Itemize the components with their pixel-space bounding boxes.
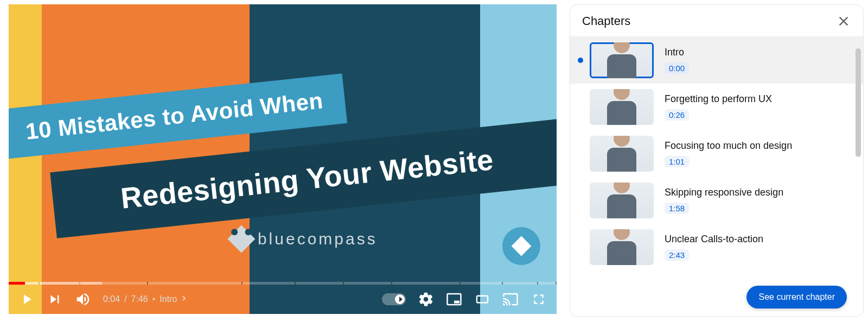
duration: 7:46	[131, 294, 148, 304]
chapter-title: Skipping responsive design	[665, 187, 783, 198]
panel-title: Chapters	[582, 14, 630, 28]
chapter-item[interactable]: Forgetting to perform UX0:26	[570, 84, 863, 130]
chapter-item[interactable]: Intro0:00	[570, 37, 863, 84]
panel-header: Chapters	[570, 5, 863, 36]
player-controls: 0:04 / 7:46 • Intro	[9, 285, 557, 314]
scrollbar-thumb[interactable]	[856, 48, 861, 157]
cast-button[interactable]	[502, 291, 519, 307]
chapter-title: Focusing too much on design	[665, 140, 792, 152]
brand-text: bluecompass	[258, 230, 378, 248]
chapter-timestamp[interactable]: 0:00	[665, 62, 689, 74]
chapter-title: Forgetting to perform UX	[665, 93, 772, 105]
channel-badge[interactable]	[502, 227, 540, 265]
chapters-panel: Chapters Intro0:00Forgetting to perform …	[570, 4, 864, 317]
chapter-title: Unclear Calls-to-action	[665, 234, 763, 245]
play-button[interactable]	[18, 291, 35, 307]
chapter-timestamp[interactable]: 1:01	[665, 156, 689, 167]
close-button[interactable]	[836, 14, 851, 29]
miniplayer-button[interactable]	[446, 291, 462, 307]
chapter-dot: •	[152, 294, 156, 304]
chevron-right-icon	[179, 293, 189, 305]
settings-button[interactable]	[418, 291, 434, 307]
time-separator: /	[124, 294, 126, 304]
chapter-thumbnail	[590, 229, 654, 265]
fullscreen-button[interactable]	[531, 291, 547, 307]
see-current-chapter-button[interactable]: See current chapter	[746, 286, 847, 309]
brand-watermark: bluecompass	[232, 229, 378, 249]
chapter-timestamp[interactable]: 1:58	[665, 203, 689, 214]
time-display: 0:04 / 7:46 • Intro	[103, 293, 189, 305]
brand-icon	[227, 225, 255, 253]
chapter-item[interactable]: Unclear Calls-to-action2:43	[570, 224, 863, 270]
volume-button[interactable]	[75, 291, 91, 307]
autoplay-toggle[interactable]	[382, 293, 406, 305]
chapter-thumbnail	[590, 136, 654, 172]
chapter-item[interactable]: Skipping responsive design1:58	[570, 177, 863, 224]
chapter-timestamp[interactable]: 2:43	[665, 249, 689, 261]
chapter-item[interactable]: Focusing too much on design1:01	[570, 130, 863, 177]
chapter-timestamp[interactable]: 0:26	[665, 109, 689, 121]
chapter-thumbnail	[590, 42, 654, 78]
next-button[interactable]	[47, 291, 63, 307]
video-player[interactable]: 10 Mistakes to Avoid When Redesigning Yo…	[9, 4, 557, 314]
chapter-title: Intro	[665, 47, 689, 58]
current-chapter-label: Intro	[159, 294, 177, 304]
theater-button[interactable]	[474, 291, 490, 307]
chapter-thumbnail	[590, 89, 654, 125]
current-chapter-link[interactable]: Intro	[159, 293, 189, 305]
current-time: 0:04	[103, 294, 120, 304]
chapter-thumbnail	[590, 182, 654, 218]
chapter-list[interactable]: Intro0:00Forgetting to perform UX0:26Foc…	[570, 36, 863, 316]
